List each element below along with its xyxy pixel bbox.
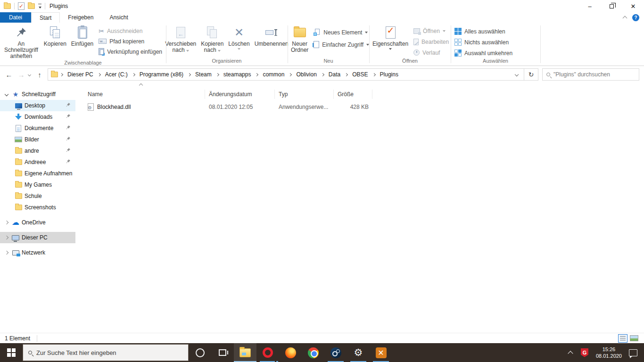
easy-access-button[interactable]: Einfacher Zugriff <box>314 41 369 49</box>
breadcrumb-item[interactable]: Steam <box>193 71 214 78</box>
sidebar-item-this-pc[interactable]: Dieser PC <box>0 232 75 243</box>
open-button[interactable]: Öffnen <box>413 27 449 35</box>
copy-button[interactable]: Kopieren <box>41 24 69 47</box>
large-icons-view-button[interactable] <box>630 335 638 341</box>
taskbar-app-chrome[interactable] <box>302 343 324 362</box>
breadcrumb-item[interactable]: OBSE <box>350 71 370 78</box>
taskbar-app-explorer[interactable] <box>234 343 256 362</box>
start-button[interactable] <box>0 343 23 362</box>
qat-new-folder-icon[interactable] <box>28 3 35 9</box>
breadcrumb-item[interactable]: steamapps <box>221 71 254 78</box>
sidebar-item-schule[interactable]: Schule <box>0 190 75 202</box>
details-view-button[interactable] <box>618 334 627 343</box>
sidebar-item-downloads[interactable]: Downloads <box>0 111 75 123</box>
new-folder-button[interactable]: NeuerOrdner <box>289 24 311 53</box>
copy-to-button[interactable]: Kopieren nach <box>198 24 226 53</box>
address-dropdown-icon[interactable] <box>515 73 519 76</box>
taskbar-clock[interactable]: 15:26 08.01.2020 <box>592 346 626 359</box>
tray-antivirus-button[interactable]: G <box>578 343 592 362</box>
search-box[interactable] <box>542 68 639 81</box>
back-button[interactable]: ← <box>3 71 15 79</box>
ribbon-group-new: NeuerOrdner Neues Element Einfacher Zugr… <box>288 23 369 66</box>
tab-share[interactable]: Freigeben <box>60 12 101 23</box>
breadcrumb-item[interactable]: Acer (C:) <box>103 71 130 78</box>
column-header-date[interactable]: Änderungsdatum <box>205 90 275 99</box>
sidebar-item-network[interactable]: Netzwerk <box>0 247 75 258</box>
taskbar: ⚙ ✕ G 15:26 08.01.2020 <box>0 343 644 362</box>
forward-button[interactable]: → <box>15 71 27 79</box>
refresh-button[interactable]: ↻ <box>524 68 538 81</box>
taskbar-search-box[interactable] <box>23 344 189 361</box>
column-header-name[interactable]: Name <box>84 90 205 99</box>
minimize-button[interactable]: – <box>579 0 601 12</box>
tray-overflow-button[interactable] <box>563 343 578 362</box>
tab-file[interactable]: Datei <box>0 12 31 23</box>
rename-button[interactable]: Umbenennen <box>252 24 291 47</box>
downloads-icon <box>15 113 22 121</box>
qat-customize-button[interactable] <box>38 4 41 8</box>
tab-start[interactable]: Start <box>31 12 60 23</box>
shortcut-clipboard-icon <box>99 48 104 55</box>
action-center-icon[interactable] <box>629 349 637 356</box>
search-input[interactable] <box>553 71 635 78</box>
cortana-button[interactable] <box>189 343 211 362</box>
chevron-expanded-icon[interactable] <box>5 92 8 96</box>
copy-icon <box>50 26 60 39</box>
sidebar-item-andre[interactable]: andre <box>0 145 75 156</box>
collapse-ribbon-icon[interactable] <box>623 16 627 21</box>
chevron-collapsed-icon[interactable] <box>5 221 8 224</box>
paste-shortcut-button[interactable]: Verknüpfung einfügen <box>99 48 162 56</box>
column-header-type[interactable]: Typ <box>275 90 334 99</box>
sidebar-item-pictures[interactable]: Bilder <box>0 134 75 145</box>
restore-button[interactable] <box>601 0 622 12</box>
sidebar-item-andreee[interactable]: Andreee <box>0 156 75 168</box>
column-header-size[interactable]: Größe <box>334 90 372 99</box>
taskbar-app-settings[interactable]: ⚙ <box>347 343 370 362</box>
select-none-button[interactable]: Nichts auswählen <box>454 38 512 46</box>
taskbar-app-obse[interactable]: ✕ <box>370 343 392 362</box>
taskbar-app-steam[interactable] <box>324 343 347 362</box>
breadcrumb-item[interactable]: Programme (x86) <box>137 71 186 78</box>
breadcrumb-item[interactable]: Dieser PC <box>65 71 96 78</box>
edit-button[interactable]: Bearbeiten <box>413 38 449 46</box>
breadcrumb-item[interactable]: Data <box>326 71 343 78</box>
sidebar-item-screenshots[interactable]: Screenshots <box>0 202 75 213</box>
close-button[interactable]: ✕ <box>622 0 644 12</box>
task-view-button[interactable] <box>211 343 234 362</box>
breadcrumb-item[interactable]: common <box>260 71 287 78</box>
breadcrumb-item[interactable]: Plugins <box>378 71 401 78</box>
sidebar-item-eigene-aufnahmen[interactable]: Eigene Aufnahmen <box>0 168 75 179</box>
delete-button[interactable]: ✕ Löschen <box>226 24 252 50</box>
sidebar-item-onedrive[interactable]: ☁ OneDrive <box>0 217 75 228</box>
copy-path-button[interactable]: w... Pfad kopieren <box>99 37 162 45</box>
address-bar[interactable]: Dieser PC Acer (C:) Programme (x86) Stea… <box>48 68 524 81</box>
onedrive-cloud-icon: ☁ <box>12 219 19 226</box>
move-to-button[interactable]: ← Verschieben nach <box>163 24 198 53</box>
sidebar-item-my-games[interactable]: My Games <box>0 179 75 190</box>
qat-properties-icon[interactable] <box>18 2 25 10</box>
tab-view[interactable]: Ansicht <box>101 12 136 23</box>
chevron-collapsed-icon[interactable] <box>5 251 8 255</box>
history-dropdown-icon[interactable] <box>28 73 31 76</box>
paste-button[interactable]: Einfügen <box>69 24 96 47</box>
taskbar-app-firefox[interactable] <box>279 343 302 362</box>
file-row[interactable]: Blockhead.dll 08.01.2020 12:05 Anwendung… <box>84 101 644 113</box>
up-button[interactable]: ↑ <box>33 71 46 79</box>
firefox-icon <box>285 347 296 358</box>
sidebar-quick-access[interactable]: ★ Schnellzugriff <box>0 89 75 100</box>
properties-button[interactable]: Eigenschaften <box>370 24 411 50</box>
new-item-button[interactable]: Neues Element <box>314 28 369 36</box>
select-all-button[interactable]: Alles auswählen <box>454 27 512 35</box>
invert-selection-button[interactable]: Auswahl umkehren <box>454 49 512 57</box>
sidebar-item-documents[interactable]: Dokumente <box>0 123 75 134</box>
obse-icon: ✕ <box>376 347 387 358</box>
help-icon[interactable]: ? <box>632 14 639 21</box>
taskbar-search-input[interactable] <box>36 349 183 356</box>
pin-to-quick-access-button[interactable]: An Schnellzugriff anheften <box>1 24 41 59</box>
cut-button[interactable]: ✂ Ausschneiden <box>99 27 162 35</box>
taskbar-app-opera[interactable] <box>256 343 279 362</box>
history-button[interactable]: Verlauf <box>413 49 449 57</box>
chevron-collapsed-icon[interactable] <box>5 236 8 239</box>
breadcrumb-item[interactable]: Oblivion <box>294 71 319 78</box>
sidebar-item-desktop[interactable]: Desktop <box>0 100 75 111</box>
